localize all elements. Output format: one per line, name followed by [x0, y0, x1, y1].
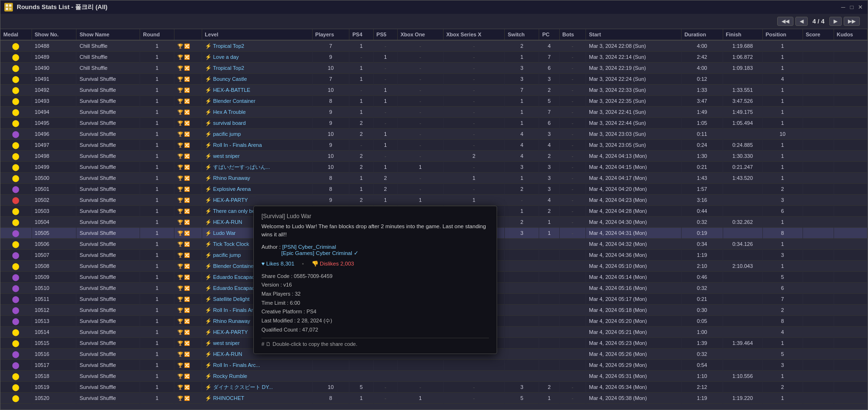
cell-level[interactable]: ⚡ すばいだーすっぱいん...	[202, 162, 312, 173]
col-kudos[interactable]: Kudos	[834, 29, 867, 40]
cell-pc	[539, 349, 559, 360]
level-name[interactable]: HEX-A-BATTLE	[213, 87, 250, 93]
cell-level[interactable]: ⚡ Tropical Top2	[202, 40, 312, 52]
level-name[interactable]: Eduardo Escapad...	[213, 285, 260, 291]
col-pc[interactable]: PC	[539, 29, 559, 40]
col-finish[interactable]: Finish	[723, 29, 762, 40]
level-name[interactable]: Bouncy Castle	[213, 76, 247, 82]
cell-level[interactable]: ⚡ Rocky Rumble	[202, 371, 312, 382]
level-name[interactable]: HEX-A-RUN	[213, 219, 242, 225]
cell-ps4: -	[349, 140, 373, 151]
col-show-name[interactable]: Show Name	[76, 29, 140, 40]
next-page-button[interactable]: ▶	[829, 17, 842, 26]
level-name[interactable]: pacific jump	[213, 131, 241, 137]
cell-finish: 1:30.330	[723, 151, 762, 162]
app-icon	[4, 3, 13, 11]
col-start[interactable]: Start	[586, 29, 682, 40]
cell-level[interactable]: ⚡ Bouncy Castle	[202, 74, 312, 85]
col-show-no[interactable]: Show No.	[32, 29, 76, 40]
cell-show-no: 10517	[32, 360, 76, 371]
cell-round: 1	[140, 96, 174, 107]
cell-level[interactable]: ⚡ RHINOCHET	[202, 393, 312, 404]
level-name[interactable]: Tropical Top2	[213, 65, 244, 71]
level-name[interactable]: Blender Container	[213, 263, 256, 269]
level-name[interactable]: HEX-A-PARTY	[213, 329, 248, 335]
level-name[interactable]: survival board	[213, 120, 246, 126]
cell-level[interactable]: ⚡ Rhino Runaway	[202, 173, 312, 184]
cell-xbox-x: -	[443, 63, 505, 74]
level-name[interactable]: Explosive Arena	[213, 186, 251, 192]
cell-level[interactable]: ⚡ Explosive Arena	[202, 184, 312, 195]
cell-score	[803, 129, 834, 140]
cell-show-icons: 🏆 🔀	[174, 118, 202, 129]
col-bots[interactable]: Bots	[559, 29, 586, 40]
cell-level[interactable]: ⚡ Hex A Trouble	[202, 107, 312, 118]
maximize-button[interactable]: □	[848, 4, 855, 11]
cell-level[interactable]: ⚡ HEX-A-PARTY	[202, 195, 312, 206]
level-name[interactable]: HEX-A-RUN	[213, 351, 242, 357]
level-name[interactable]: Ludo War	[213, 230, 236, 236]
col-duration[interactable]: Duration	[681, 29, 723, 40]
shuffle-icon: 🔀	[184, 198, 190, 203]
level-name[interactable]: Tropical Top2	[213, 43, 244, 49]
cell-level[interactable]: ⚡ pacific jump	[202, 129, 312, 140]
level-name[interactable]: Rhino Runaway	[213, 175, 250, 181]
level-icon: ⚡	[205, 384, 212, 390]
col-round[interactable]: Round	[140, 29, 174, 40]
level-name[interactable]: Satellite Delight	[213, 296, 250, 302]
col-xbox-one[interactable]: Xbox One	[397, 29, 443, 40]
cell-level[interactable]: ⚡ survival board	[202, 118, 312, 129]
col-medal[interactable]: Medal	[0, 29, 32, 40]
tooltip-share-code[interactable]: Share Code : 0585-7009-6459	[261, 272, 489, 281]
level-name[interactable]: Roll In - Finals Arena	[213, 142, 262, 148]
cell-ps5: 2	[373, 184, 397, 195]
cell-level[interactable]: ⚡ HEX-A-BATTLE	[202, 85, 312, 96]
title-bar-left: Rounds Stats List - 폴크리 (All)	[4, 3, 108, 11]
minimize-button[interactable]: ─	[840, 4, 846, 11]
col-ps4[interactable]: PS4	[349, 29, 373, 40]
col-xbox-x[interactable]: Xbox Series X	[443, 29, 505, 40]
level-name[interactable]: Rocky Rumble	[213, 373, 248, 379]
col-score[interactable]: Score	[803, 29, 834, 40]
cell-level[interactable]: ⚡ Blender Container	[202, 96, 312, 107]
cell-show-icons: 🏆 🔀	[174, 140, 202, 151]
level-name[interactable]: Love a day	[213, 54, 239, 60]
cell-level[interactable]: ⚡ west sniper	[202, 151, 312, 162]
first-page-button[interactable]: ◀◀	[777, 17, 793, 26]
last-page-button[interactable]: ▶▶	[844, 17, 860, 26]
cell-start: Mar 4, 2024 05:10 (Mon)	[586, 261, 682, 272]
level-name[interactable]: Eduardo Escapad...	[213, 274, 260, 280]
cell-level[interactable]: ⚡ ダイナミクスビート DY...	[202, 382, 312, 393]
level-name[interactable]: HEX-A-PARTY	[213, 197, 248, 203]
cell-level[interactable]: ⚡ Love a day	[202, 52, 312, 63]
level-name[interactable]: Rhino Runaway	[213, 318, 250, 324]
cell-players: 8	[312, 96, 349, 107]
cell-level[interactable]: ⚡ Tropical Top2	[202, 63, 312, 74]
level-name[interactable]: RHINOCHET	[213, 395, 244, 401]
level-name[interactable]: Hex A Trouble	[213, 109, 246, 115]
cell-pc	[539, 371, 559, 382]
col-ps5[interactable]: PS5	[373, 29, 397, 40]
cell-level[interactable]: ⚡ Roll In - Finals Arc...	[202, 360, 312, 371]
level-name[interactable]: pacific jump	[213, 252, 241, 258]
level-name[interactable]: すばいだーすっぱいん...	[213, 164, 270, 170]
col-switch[interactable]: Switch	[505, 29, 539, 40]
col-level[interactable]: Level	[202, 29, 312, 40]
col-players[interactable]: Players	[312, 29, 349, 40]
col-position[interactable]: Position	[762, 29, 803, 40]
cell-kudos	[834, 272, 867, 283]
cell-show-no: 10506	[32, 239, 76, 250]
cell-medal: ⬤	[0, 140, 32, 151]
level-name[interactable]: Tick Tock Clock	[213, 241, 249, 247]
level-name[interactable]: Blender Container	[213, 98, 256, 104]
cell-bots	[559, 250, 586, 261]
tooltip-copy-hint[interactable]: # 🗋 Double-click to copy the share code.	[261, 338, 489, 347]
level-name[interactable]: west sniper	[213, 340, 240, 346]
level-name[interactable]: west sniper	[213, 153, 240, 159]
cell-level[interactable]: ⚡ Roll In - Finals Arena	[202, 140, 312, 151]
cell-switch	[505, 283, 539, 294]
prev-page-button[interactable]: ◀	[795, 17, 808, 26]
level-name[interactable]: Roll In - Finals Arc...	[213, 362, 260, 368]
close-button[interactable]: ✕	[857, 4, 864, 11]
level-name[interactable]: ダイナミクスビート DY...	[213, 384, 273, 390]
